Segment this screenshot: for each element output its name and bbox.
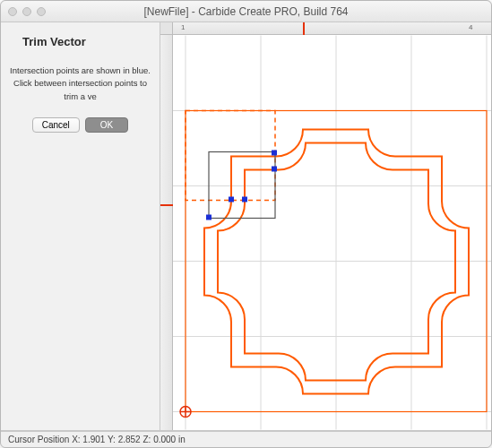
grid xyxy=(173,36,491,430)
ruler-v-marker xyxy=(160,200,173,211)
ruler-corner xyxy=(160,22,173,35)
app-window: [NewFile] - Carbide Create PRO, Build 76… xyxy=(0,0,492,448)
content-area: Trim Vector Intersection points are show… xyxy=(1,22,491,431)
panel-buttons: Cancel OK xyxy=(32,117,129,133)
ruler-h-tick: 4 xyxy=(469,23,472,31)
svg-rect-14 xyxy=(206,215,211,220)
svg-rect-12 xyxy=(229,197,234,202)
panel-title: Trim Vector xyxy=(22,35,86,48)
minimize-icon[interactable] xyxy=(22,7,31,16)
status-bar: Cursor Position X: 1.901 Y: 2.852 Z: 0.0… xyxy=(1,431,491,447)
origin-marker xyxy=(180,407,191,418)
panel-help-line2: Click between intersection points to tri… xyxy=(8,77,152,103)
svg-rect-10 xyxy=(272,151,277,156)
ruler-h-tick: 1 xyxy=(181,23,185,31)
svg-rect-11 xyxy=(272,167,277,172)
intersection-points xyxy=(206,151,277,220)
ok-button[interactable]: OK xyxy=(85,117,128,133)
side-panel: Trim Vector Intersection points are show… xyxy=(1,22,160,430)
canvas[interactable] xyxy=(173,35,491,430)
canvas-area[interactable]: 1 4 xyxy=(160,22,491,430)
close-icon[interactable] xyxy=(8,7,17,16)
panel-help-line1: Intersection points are shown in blue. xyxy=(10,65,151,77)
ruler-horizontal: 1 4 xyxy=(173,22,491,35)
window-controls xyxy=(8,7,46,16)
window-title: [NewFile] - Carbide Create PRO, Build 76… xyxy=(1,5,491,18)
cursor-position: Cursor Position X: 1.901 Y: 2.852 Z: 0.0… xyxy=(8,435,186,444)
ruler-h-marker xyxy=(298,22,309,35)
cancel-button[interactable]: Cancel xyxy=(32,117,80,133)
selection-rectangle[interactable] xyxy=(209,152,275,219)
canvas-svg[interactable] xyxy=(173,35,491,430)
ruler-vertical xyxy=(160,35,173,430)
titlebar: [NewFile] - Carbide Create PRO, Build 76… xyxy=(1,1,491,22)
svg-rect-13 xyxy=(242,197,247,202)
zoom-icon[interactable] xyxy=(37,7,46,16)
